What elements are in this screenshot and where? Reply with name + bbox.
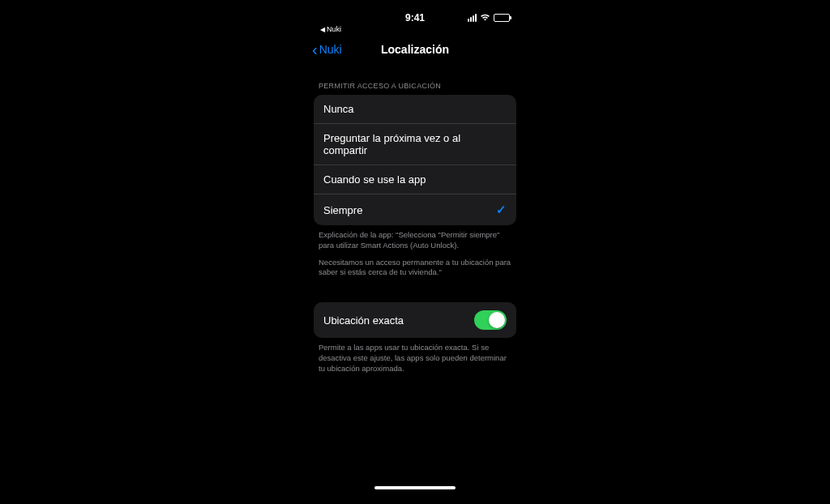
- page-title: Localización: [381, 43, 449, 56]
- home-indicator[interactable]: [374, 486, 456, 489]
- precise-location-row[interactable]: Ubicación exacta: [314, 302, 516, 338]
- breadcrumb-app-label: Nuki: [327, 25, 341, 33]
- back-button-label: Nuki: [319, 43, 342, 56]
- precise-location-group: Ubicación exacta: [314, 302, 516, 338]
- checkmark-icon: ✓: [496, 203, 507, 217]
- option-while-using[interactable]: Cuando se use la app: [314, 165, 516, 194]
- phone-screen: 9:41 ◀ Nuki ‹ Nuki Localización PERMITIR…: [306, 8, 524, 494]
- option-label: Cuando se use la app: [323, 173, 426, 186]
- cellular-signal-icon: [468, 14, 477, 22]
- option-ask-next-time[interactable]: Preguntar la próxima vez o al compartir: [314, 124, 516, 165]
- option-always[interactable]: Siempre ✓: [314, 194, 516, 225]
- option-label: Nunca: [323, 103, 354, 115]
- location-access-footer-2: Necesitamos un acceso permanente a tu ub…: [306, 251, 524, 279]
- section-header-location-access: PERMITIR ACCESO A UBICACIÓN: [306, 66, 524, 95]
- status-bar: 9:41: [306, 8, 524, 24]
- location-access-options: Nunca Preguntar la próxima vez o al comp…: [314, 95, 516, 225]
- battery-icon: [494, 14, 510, 22]
- precise-location-footer: Permite a las apps usar tu ubicación exa…: [306, 338, 524, 374]
- back-button[interactable]: ‹ Nuki: [312, 41, 342, 58]
- option-label: Preguntar la próxima vez o al compartir: [323, 132, 507, 156]
- location-access-footer-1: Explicación de la app: "Selecciona "Perm…: [306, 225, 524, 251]
- status-indicators: [447, 13, 510, 23]
- chevron-left-icon: ‹: [312, 41, 318, 58]
- option-label: Siempre: [323, 204, 362, 216]
- status-time: 9:41: [383, 12, 447, 23]
- toggle-knob: [489, 312, 505, 328]
- precise-location-label: Ubicación exacta: [323, 314, 404, 327]
- navigation-bar: ‹ Nuki Localización: [306, 33, 524, 66]
- option-never[interactable]: Nunca: [314, 95, 516, 124]
- breadcrumb[interactable]: ◀ Nuki: [306, 25, 524, 33]
- breadcrumb-caret-icon: ◀: [320, 26, 325, 33]
- wifi-icon: [480, 13, 490, 23]
- precise-location-toggle[interactable]: [474, 310, 507, 330]
